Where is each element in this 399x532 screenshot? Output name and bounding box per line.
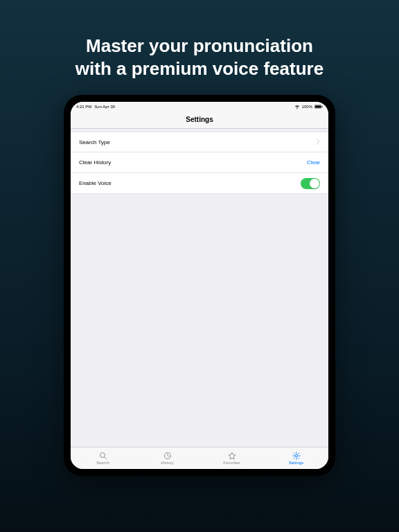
row-search-type[interactable]: Search Type bbox=[71, 132, 328, 152]
tab-settings[interactable]: Settings bbox=[264, 447, 328, 469]
row-enable-voice: Enable Voice bbox=[71, 173, 328, 194]
svg-rect-2 bbox=[322, 106, 323, 107]
tablet-screen: 4:21 PM Sun Apr 30 100% Settings Search … bbox=[71, 102, 328, 469]
tab-history[interactable]: History bbox=[135, 447, 200, 469]
svg-line-4 bbox=[104, 457, 106, 459]
settings-content: Search Type Clear History Clear Enable V… bbox=[71, 129, 328, 447]
tab-favorites[interactable]: Favorites bbox=[200, 447, 264, 469]
promo-headline: Master your pronunciation with a premium… bbox=[0, 0, 399, 95]
headline-line2: with a premium voice feature bbox=[76, 58, 323, 79]
nav-title: Settings bbox=[186, 116, 213, 123]
enable-voice-toggle[interactable] bbox=[301, 178, 320, 189]
headline-line1: Master your pronunciation bbox=[86, 35, 313, 56]
status-left: 4:21 PM Sun Apr 30 bbox=[76, 105, 115, 109]
row-label: Search Type bbox=[79, 139, 110, 145]
nav-bar: Settings bbox=[71, 111, 328, 129]
wifi-icon bbox=[294, 104, 300, 109]
tab-bar: Search History Favorites Settings bbox=[71, 447, 328, 469]
tab-label: History bbox=[161, 461, 174, 465]
history-icon bbox=[163, 452, 172, 460]
tab-search[interactable]: Search bbox=[71, 447, 135, 469]
battery-icon bbox=[314, 105, 323, 109]
tab-label: Search bbox=[96, 461, 109, 465]
chevron-right-icon bbox=[316, 139, 320, 146]
battery-text: 100% bbox=[302, 105, 312, 109]
star-icon bbox=[228, 452, 236, 460]
status-bar: 4:21 PM Sun Apr 30 100% bbox=[71, 102, 328, 111]
row-label: Enable Voice bbox=[79, 180, 112, 186]
row-clear-history: Clear History Clear bbox=[71, 152, 328, 173]
search-icon bbox=[99, 452, 107, 460]
tablet-frame: 4:21 PM Sun Apr 30 100% Settings Search … bbox=[64, 95, 335, 476]
clear-button[interactable]: Clear bbox=[307, 159, 320, 166]
svg-rect-1 bbox=[315, 105, 321, 107]
gear-icon bbox=[292, 452, 301, 460]
svg-point-6 bbox=[295, 454, 298, 457]
tab-label: Settings bbox=[289, 461, 304, 465]
status-date: Sun Apr 30 bbox=[94, 105, 115, 109]
status-time: 4:21 PM bbox=[76, 105, 91, 109]
tab-label: Favorites bbox=[223, 461, 240, 465]
row-label: Clear History bbox=[79, 159, 111, 166]
status-right: 100% bbox=[294, 104, 323, 109]
